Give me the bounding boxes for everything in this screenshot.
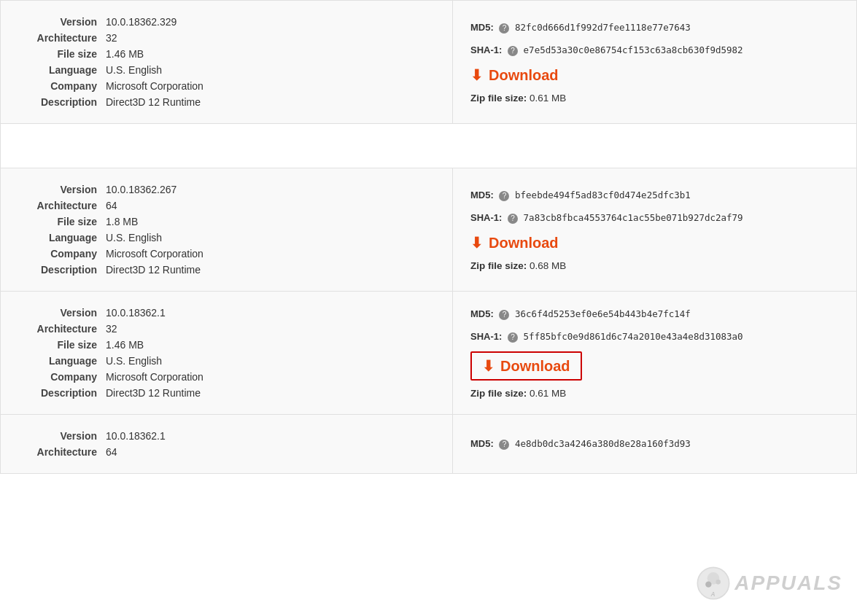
filesize-row-3: File size 1.46 MB — [15, 337, 438, 353]
md5-info-icon-4[interactable]: ? — [499, 440, 509, 450]
md5-label-3: MD5: — [470, 308, 494, 319]
version-label-4: Version — [15, 428, 103, 444]
download-label-2: Download — [489, 235, 559, 252]
language-label-3: Language — [15, 353, 103, 369]
filesize-row-1: File size 1.46 MB — [15, 46, 438, 62]
download-icon-2: ⬇ — [470, 234, 483, 252]
description-row-1: Description Direct3D 12 Runtime — [15, 94, 438, 110]
sha1-info-icon-1[interactable]: ? — [508, 46, 518, 56]
sha1-value-3: 5ff85bfc0e9d861d6c74a2010e43a4e8d31083a0 — [524, 331, 743, 342]
download-label-3: Download — [500, 358, 570, 375]
description-row-3: Description Direct3D 12 Runtime — [15, 385, 438, 401]
version-label-1: Version — [15, 14, 103, 30]
zip-size-value-3: 0.61 MB — [530, 388, 566, 399]
architecture-label-4: Architecture — [15, 444, 103, 460]
download-button-3[interactable]: ⬇ Download — [470, 351, 582, 381]
filesize-value-1: 1.46 MB — [103, 46, 438, 62]
version-row-2: Version 10.0.18362.267 — [15, 182, 438, 198]
filesize-label-1: File size — [15, 46, 103, 62]
architecture-row-3: Architecture 32 — [15, 321, 438, 337]
file-info-1: Version 10.0.18362.329 Architecture 32 F… — [1, 1, 453, 123]
appuals-logo-icon: A — [695, 565, 732, 601]
sha1-value-2: 7a83cb8fbca4553764c1ac55be071b927dc2af79 — [524, 212, 743, 223]
zip-size-value-1: 0.61 MB — [530, 93, 566, 104]
file-entry-2: Version 10.0.18362.267 Architecture 64 F… — [0, 168, 857, 292]
md5-info-icon-3[interactable]: ? — [499, 310, 509, 320]
architecture-value-2: 64 — [103, 198, 438, 214]
architecture-value-4: 64 — [103, 444, 438, 460]
appuals-text: APPUALS — [734, 572, 842, 595]
md5-info-icon-2[interactable]: ? — [499, 191, 509, 201]
zip-size-label-3: Zip file size: — [470, 388, 527, 399]
file-entry-4: Version 10.0.18362.1 Architecture 64 MD5… — [0, 415, 857, 474]
md5-label-1: MD5: — [470, 22, 494, 33]
company-label-1: Company — [15, 78, 103, 94]
sha1-label-3: SHA-1: — [470, 331, 502, 342]
architecture-label-3: Architecture — [15, 321, 103, 337]
md5-info-icon-1[interactable]: ? — [499, 23, 509, 34]
version-row-3: Version 10.0.18362.1 — [15, 305, 438, 321]
company-value-1: Microsoft Corporation — [103, 78, 438, 94]
md5-label-2: MD5: — [470, 190, 494, 200]
architecture-value-3: 32 — [103, 321, 438, 337]
svg-point-0 — [698, 567, 729, 599]
sha1-row-2: SHA-1: ? 7a83cb8fbca4553764c1ac55be071b9… — [470, 211, 839, 226]
sha1-info-icon-2[interactable]: ? — [508, 214, 518, 224]
download-button-1[interactable]: ⬇ Download — [470, 65, 559, 85]
file-entry-3: Version 10.0.18362.1 Architecture 32 Fil… — [0, 292, 857, 415]
md5-value-4: 4e8db0dc3a4246a380d8e28a160f3d93 — [515, 438, 691, 449]
file-download-3: MD5: ? 36c6f4d5253ef0e6e54b443b4e7fc14f … — [453, 292, 856, 414]
description-value-1: Direct3D 12 Runtime — [103, 94, 438, 110]
description-row-2: Description Direct3D 12 Runtime — [15, 262, 438, 278]
file-download-1: MD5: ? 82fc0d666d1f992d7fee1118e77e7643 … — [453, 1, 856, 123]
download-button-2[interactable]: ⬇ Download — [470, 233, 559, 253]
md5-row-2: MD5: ? bfeebde494f5ad83cf0d474e25dfc3b1 — [470, 188, 839, 203]
architecture-row-2: Architecture 64 — [15, 198, 438, 214]
file-info-3: Version 10.0.18362.1 Architecture 32 Fil… — [1, 292, 453, 414]
version-label-2: Version — [15, 182, 103, 198]
language-row-2: Language U.S. English — [15, 230, 438, 246]
svg-point-1 — [707, 572, 720, 585]
language-label-1: Language — [15, 62, 103, 78]
version-value-1: 10.0.18362.329 — [103, 14, 438, 30]
zip-size-label-1: Zip file size: — [470, 93, 527, 104]
description-label-2: Description — [15, 262, 103, 278]
description-label-1: Description — [15, 94, 103, 110]
zip-size-2: Zip file size: 0.68 MB — [470, 260, 839, 271]
company-label-3: Company — [15, 369, 103, 385]
sha1-row-3: SHA-1: ? 5ff85bfc0e9d861d6c74a2010e43a4e… — [470, 330, 839, 345]
md5-row-1: MD5: ? 82fc0d666d1f992d7fee1118e77e7643 — [470, 20, 839, 36]
sha1-info-icon-3[interactable]: ? — [508, 332, 518, 343]
filesize-label-2: File size — [15, 214, 103, 230]
filesize-label-3: File size — [15, 337, 103, 353]
page-container: Version 10.0.18362.329 Architecture 32 F… — [0, 0, 857, 474]
md5-value-1: 82fc0d666d1f992d7fee1118e77e7643 — [515, 22, 691, 33]
version-row-1: Version 10.0.18362.329 — [15, 14, 438, 30]
architecture-row-1: Architecture 32 — [15, 30, 438, 46]
company-row-1: Company Microsoft Corporation — [15, 78, 438, 94]
md5-value-2: bfeebde494f5ad83cf0d474e25dfc3b1 — [515, 190, 691, 200]
svg-point-3 — [716, 580, 721, 585]
file-download-2: MD5: ? bfeebde494f5ad83cf0d474e25dfc3b1 … — [453, 168, 856, 291]
sha1-value-1: e7e5d53a30c0e86754cf153c63a8cb630f9d5982 — [524, 44, 743, 55]
zip-size-value-2: 0.68 MB — [530, 260, 566, 271]
file-entry-1: Version 10.0.18362.329 Architecture 32 F… — [0, 0, 857, 124]
sha1-label-1: SHA-1: — [470, 44, 502, 55]
company-label-2: Company — [15, 246, 103, 262]
architecture-row-4: Architecture 64 — [15, 444, 438, 460]
sha1-row-1: SHA-1: ? e7e5d53a30c0e86754cf153c63a8cb6… — [470, 43, 839, 58]
version-value-4: 10.0.18362.1 — [103, 428, 438, 444]
md5-row-3: MD5: ? 36c6f4d5253ef0e6e54b443b4e7fc14f — [470, 307, 839, 322]
version-value-2: 10.0.18362.267 — [103, 182, 438, 198]
company-value-3: Microsoft Corporation — [103, 369, 438, 385]
download-icon-1: ⬇ — [470, 66, 483, 84]
file-download-4: MD5: ? 4e8db0dc3a4246a380d8e28a160f3d93 — [453, 415, 856, 473]
version-label-3: Version — [15, 305, 103, 321]
filesize-value-3: 1.46 MB — [103, 337, 438, 353]
architecture-label-1: Architecture — [15, 30, 103, 46]
md5-value-3: 36c6f4d5253ef0e6e54b443b4e7fc14f — [515, 308, 691, 319]
svg-text:A: A — [710, 590, 716, 598]
company-row-2: Company Microsoft Corporation — [15, 246, 438, 262]
description-label-3: Description — [15, 385, 103, 401]
language-value-3: U.S. English — [103, 353, 438, 369]
